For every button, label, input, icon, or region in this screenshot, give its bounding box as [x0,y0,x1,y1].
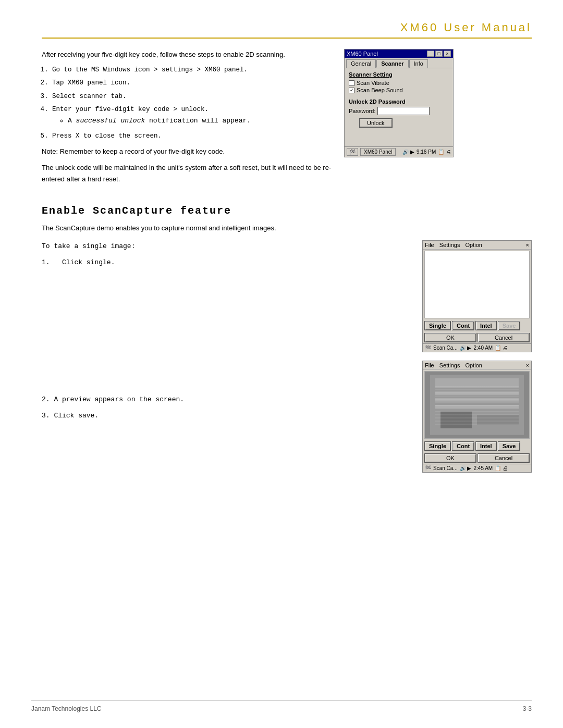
menu-settings-2[interactable]: Settings [439,362,460,368]
scan-window-1: File Settings Option × Single Cont Intel… [422,240,532,352]
scan-steps: To take a single image: 1. Click single. [42,240,412,268]
scan-capture-section: Enable ScanCapture feature The ScanCaptu… [42,205,532,473]
unlock-2d-label: Unlock 2D Password [349,98,449,105]
scan-description: The ScanCapture demo enables you to capt… [42,224,532,232]
menu-file-2[interactable]: File [425,362,434,368]
xm60-panel-body: Scanner Setting Scan Vibrate ✓ Scan Beep… [345,68,453,131]
scan-taskbar-label-2: Scan Ca... [433,465,458,471]
section-heading: Enable ScanCapture feature [42,205,532,217]
scan-taskbar-time-1: 2:40 AM [473,345,493,351]
btn-ok-1[interactable]: OK [424,333,476,342]
scan-ok-cancel-2: OK Cancel [423,452,531,464]
maximize-button[interactable]: □ [435,51,443,57]
btn-single-1[interactable]: Single [424,321,451,330]
scan-window-2: File Settings Option × [422,361,532,473]
scan-taskbar-label-1: Scan Ca... [433,345,458,351]
btn-intel-2[interactable]: Intel [475,441,497,451]
step-4-bullet-list: A successful unlock notification will ap… [68,115,334,127]
intro-para1: After receiving your five-digit key code… [42,49,334,60]
scanner-setting-label: Scanner Setting [349,71,449,78]
scan-beep-checkbox[interactable]: ✓ [349,88,354,93]
scan-steps-2: 2. A preview appears on the screen. 3. C… [42,393,412,422]
taskbar-tray-2: 📋 🖨 [495,465,508,471]
intro-steps-list: Go to the MS Windows icon > settings > X… [52,65,334,142]
taskbar-icons-1: 🔊 ▶ [460,345,472,351]
scan-menus-2: File Settings Option [425,362,482,368]
btn-save-2[interactable]: Save [498,441,521,451]
scan-instructions-left: To take a single image: 1. Click single.… [42,240,412,426]
intro-paragraph: After receiving your five-digit key code… [42,49,334,185]
intro-text-area: After receiving your five-digit key code… [42,49,334,189]
taskbar-start[interactable]: 🏁 [347,148,358,156]
taskbar-panel-item[interactable]: XM60 Panel [360,148,396,156]
unlock-button[interactable]: Unlock [359,118,393,128]
scan-taskbar-2: 🏁 Scan Ca... 🔊 ▶ 2:45 AM 📋 🖨 [423,464,531,472]
unlock-section: Unlock 2D Password Password: Unlock [349,98,449,128]
preview-image [425,372,529,438]
top-section: After receiving your five-digit key code… [42,49,532,189]
scan-buttons-2: Single Cont Intel Save [423,440,531,452]
note2: The unlock code will be maintained in th… [42,162,334,185]
scan-ok-cancel-1: OK Cancel [423,332,531,343]
svg-rect-5 [435,405,519,408]
btn-cancel-2[interactable]: Cancel [478,453,530,463]
xm60-panel-titlebar: XM60 Panel _ □ × [345,50,453,58]
step-click-single: 1. Click single. [42,256,412,268]
btn-intel-1[interactable]: Intel [475,321,497,330]
close-button[interactable]: × [444,51,451,57]
btn-save-1[interactable]: Save [498,321,521,330]
step-3: Select scanner tab. [52,91,334,102]
svg-rect-7 [477,415,519,425]
svg-rect-6 [440,412,472,428]
tab-general[interactable]: General [346,59,376,68]
xm60-panel-widget: XM60 Panel _ □ × General Scanner Info Sc… [344,49,459,157]
page-header: XM60 User Manual [42,21,532,39]
btn-cont-2[interactable]: Cont [452,441,474,451]
btn-single-2[interactable]: Single [424,441,451,451]
footer-page-number: 3-3 [523,705,532,712]
xm60-panel-tabs: General Scanner Info [345,58,453,68]
note1: Note: Remember to keep a record of your … [42,146,334,157]
start-icon: 🏁 [349,149,356,155]
password-input[interactable] [377,107,430,115]
minimize-button[interactable]: _ [427,51,434,57]
taskbar-icons: 🔊 ▶ [402,149,414,155]
xm60-panel-title: XM60 Panel [347,51,378,57]
svg-rect-4 [435,398,519,401]
scan-taskbar-time-2: 2:45 AM [473,465,493,471]
btn-cont-1[interactable]: Cont [452,321,474,330]
scan-windows-right: File Settings Option × Single Cont Intel… [422,240,532,473]
menu-option-2[interactable]: Option [465,362,482,368]
taskbar-icons-2: 🔊 ▶ [460,465,472,471]
password-row: Password: [349,107,449,115]
scan-vibrate-checkbox[interactable] [349,80,354,86]
scan-vibrate-row: Scan Vibrate [349,80,449,86]
tab-info[interactable]: Info [409,59,428,68]
step-1: Go to the MS Windows icon > settings > X… [52,65,334,76]
menu-file-1[interactable]: File [425,242,434,248]
svg-rect-3 [435,391,519,394]
scan-menus-1: File Settings Option [425,242,482,248]
preview-label: 2. A preview appears on the screen. [42,393,412,405]
preview-svg [425,372,529,438]
scan-close-1[interactable]: × [526,242,529,248]
taskbar-time: 9:16 PM [417,149,436,155]
taskbar-start-1: 🏁 [425,345,431,351]
menu-option-1[interactable]: Option [465,242,482,248]
btn-cancel-1[interactable]: Cancel [478,333,530,342]
scan-beep-row: ✓ Scan Beep Sound [349,87,449,93]
scan-menubar-2: File Settings Option × [423,361,531,370]
scan-beep-label: Scan Beep Sound [357,87,403,93]
scan-buttons-1: Single Cont Intel Save [423,319,531,332]
step-5: Press X to close the screen. [52,131,334,142]
scan-close-2[interactable]: × [526,362,529,368]
menu-settings-1[interactable]: Settings [439,242,460,248]
svg-rect-2 [435,378,519,388]
btn-ok-2[interactable]: OK [424,453,476,463]
tab-scanner[interactable]: Scanner [376,59,408,68]
scan-content-row: To take a single image: 1. Click single.… [42,240,532,473]
step-2: Tap XM60 panel icon. [52,78,334,89]
scan-taskbar-1: 🏁 Scan Ca... 🔊 ▶ 2:40 AM 📋 🖨 [423,343,531,352]
step-4: Enter your five-digit key code > unlock.… [52,104,334,127]
xm60-panel-window: XM60 Panel _ □ × General Scanner Info Sc… [344,49,454,157]
